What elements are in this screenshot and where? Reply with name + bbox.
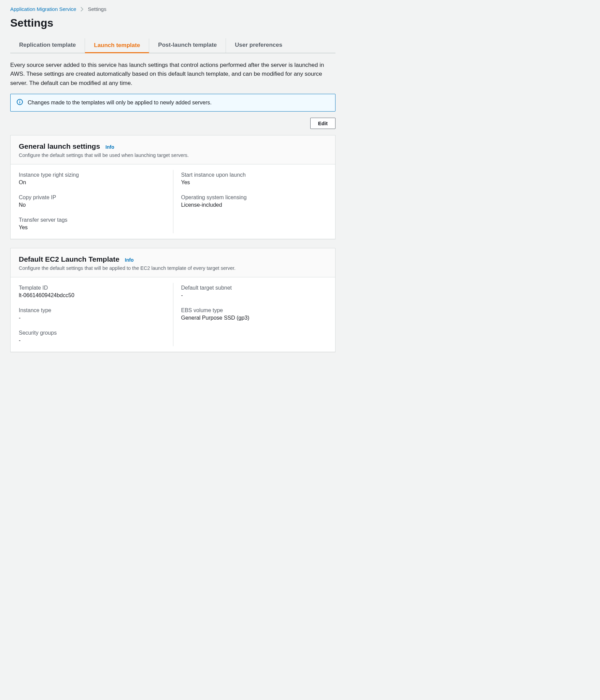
panel-header: Default EC2 Launch Template Info Configu…: [11, 248, 335, 277]
panel-title: Default EC2 Launch Template: [19, 255, 119, 263]
info-icon: [17, 99, 23, 106]
kv-label: Start instance upon launch: [181, 172, 327, 178]
kv-instance-type: Instance type -: [19, 307, 165, 321]
kv-label: Instance type right sizing: [19, 172, 165, 178]
kv-label: Template ID: [19, 285, 165, 291]
kv-default-subnet: Default target subnet -: [181, 285, 327, 298]
edit-button[interactable]: Edit: [310, 118, 335, 129]
tab-replication-template[interactable]: Replication template: [10, 38, 85, 53]
kv-transfer-server-tags: Transfer server tags Yes: [19, 217, 165, 231]
svg-point-1: [19, 100, 20, 101]
kv-template-id: Template ID lt-06614609424bdcc50: [19, 285, 165, 298]
panel-header: General launch settings Info Configure t…: [11, 135, 335, 164]
tab-post-launch-template[interactable]: Post-launch template: [149, 38, 226, 53]
tab-user-preferences[interactable]: User preferences: [226, 38, 291, 53]
info-alert-message: Changes made to the templates will only …: [28, 100, 212, 106]
kv-value: -: [19, 315, 165, 321]
panel-subtitle: Configure the default settings that will…: [19, 152, 327, 158]
kv-instance-right-sizing: Instance type right sizing On: [19, 172, 165, 186]
panel-general-launch-settings: General launch settings Info Configure t…: [10, 135, 335, 239]
kv-label: Transfer server tags: [19, 217, 165, 223]
kv-ebs-volume-type: EBS volume type General Purpose SSD (gp3…: [181, 307, 327, 321]
kv-value: Yes: [181, 179, 327, 186]
kv-value: -: [19, 337, 165, 344]
kv-os-licensing: Operating system licensing License-inclu…: [181, 194, 327, 208]
tab-launch-template[interactable]: Launch template: [85, 39, 149, 53]
breadcrumb-root-link[interactable]: Application Migration Service: [10, 6, 76, 12]
panel-subtitle: Configure the default settings that will…: [19, 265, 327, 271]
panel-title: General launch settings: [19, 142, 100, 150]
info-link[interactable]: Info: [105, 144, 114, 150]
svg-rect-2: [19, 102, 20, 104]
kv-security-groups: Security groups -: [19, 330, 165, 344]
kv-value: -: [181, 292, 327, 298]
tab-description: Every source server added to this servic…: [10, 61, 335, 88]
breadcrumb: Application Migration Service Settings: [10, 6, 335, 12]
kv-label: EBS volume type: [181, 307, 327, 313]
kv-label: Operating system licensing: [181, 194, 327, 201]
kv-label: Instance type: [19, 307, 165, 313]
panel-col-right: Default target subnet - EBS volume type …: [173, 277, 335, 352]
panel-col-left: Instance type right sizing On Copy priva…: [11, 164, 173, 239]
panel-col-right: Start instance upon launch Yes Operating…: [173, 164, 335, 239]
info-alert: Changes made to the templates will only …: [10, 94, 335, 112]
panel-body: Template ID lt-06614609424bdcc50 Instanc…: [11, 277, 335, 352]
kv-value: General Purpose SSD (gp3): [181, 315, 327, 321]
panel-col-left: Template ID lt-06614609424bdcc50 Instanc…: [11, 277, 173, 352]
kv-value: License-included: [181, 202, 327, 208]
kv-value: No: [19, 202, 165, 208]
kv-value: lt-06614609424bdcc50: [19, 292, 165, 298]
kv-value: On: [19, 179, 165, 186]
chevron-right-icon: [80, 7, 84, 12]
kv-value: Yes: [19, 224, 165, 231]
panel-body: Instance type right sizing On Copy priva…: [11, 164, 335, 239]
kv-label: Copy private IP: [19, 194, 165, 201]
kv-label: Security groups: [19, 330, 165, 336]
action-row: Edit: [10, 118, 335, 129]
kv-start-instance: Start instance upon launch Yes: [181, 172, 327, 186]
info-link[interactable]: Info: [125, 257, 134, 263]
page-title: Settings: [10, 17, 335, 29]
kv-label: Default target subnet: [181, 285, 327, 291]
tabs: Replication template Launch template Pos…: [10, 38, 335, 53]
breadcrumb-current: Settings: [88, 6, 106, 12]
panel-ec2-launch-template: Default EC2 Launch Template Info Configu…: [10, 248, 335, 352]
kv-copy-private-ip: Copy private IP No: [19, 194, 165, 208]
